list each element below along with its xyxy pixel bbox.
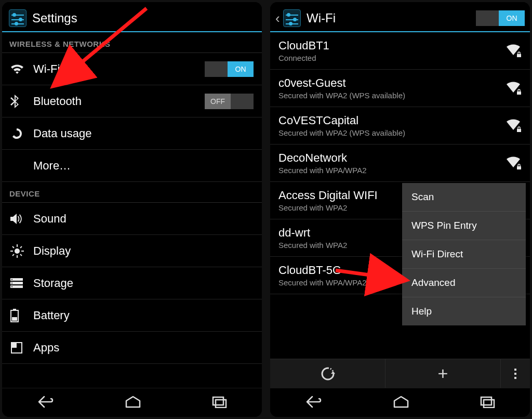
row-storage[interactable]: Storage [2,267,262,299]
nav-home-button[interactable] [124,396,142,410]
svg-marker-31 [331,371,335,374]
svg-line-7 [20,246,22,248]
row-display[interactable]: Display [2,235,262,267]
bluetooth-icon [10,95,33,108]
wifi-network-name: c0vest-Guest [278,76,499,90]
section-wireless-networks: WIRELESS & NETWORKS [2,32,262,53]
row-sound-label: Sound [33,212,254,226]
svg-rect-24 [517,91,521,95]
row-battery[interactable]: Battery [2,299,262,332]
svg-point-13 [11,282,12,283]
row-more[interactable]: More… [2,150,262,182]
sliders-icon [9,9,26,27]
svg-point-14 [11,286,12,287]
wifi-network-name: CoVESTCapital [278,114,499,127]
row-apps[interactable]: Apps [2,332,262,364]
phone-settings: Settings WIRELESS & NETWORKS Wi-Fi ON Bl… [2,2,262,417]
row-wifi-label: Wi-Fi [33,62,205,76]
row-apps-label: Apps [33,341,254,355]
svg-rect-35 [481,397,491,405]
row-more-label: More… [33,159,254,173]
wifi-network-row[interactable]: c0vest-GuestSecured with WPA2 (WPS avail… [270,70,530,107]
overflow-menu: Scan WPS Pin Entry Wi-Fi Direct Advanced… [402,183,526,325]
svg-point-0 [15,248,20,254]
svg-rect-21 [216,400,226,408]
battery-icon [10,309,33,322]
nav-home-button[interactable] [392,396,410,410]
row-wifi[interactable]: Wi-Fi ON [2,53,262,85]
storage-icon [10,278,33,289]
bluetooth-toggle[interactable]: OFF [205,94,254,109]
actionbar-settings: Settings [2,5,262,32]
wifi-network-status: Secured with WPA2 (WPS available) [278,91,499,100]
svg-line-8 [12,254,14,256]
wifi-signal-icon [499,119,522,133]
settings-app-icon[interactable] [282,9,302,27]
nav-back-button[interactable] [305,395,323,411]
nav-back-button[interactable] [37,395,55,411]
actionbar-wifi: ‹ Wi-Fi ON [270,5,530,32]
nav-bar [2,388,262,417]
menu-wps-pin-entry[interactable]: WPS Pin Entry [402,212,526,240]
svg-line-5 [12,246,14,248]
svg-rect-25 [517,129,521,132]
wifi-network-name: CloudBT1 [278,39,499,53]
row-bluetooth-label: Bluetooth [33,95,205,108]
menu-scan[interactable]: Scan [402,183,526,212]
row-data-usage-label: Data usage [33,127,254,140]
wifi-master-toggle[interactable]: ON [476,10,525,26]
settings-list: WIRELESS & NETWORKS Wi-Fi ON Bluetooth O… [2,32,262,388]
row-display-label: Display [33,244,254,258]
wifi-network-row[interactable]: DecoNetworkSecured with WPA/WPA2 [270,145,530,182]
nav-bar [270,388,530,417]
wifi-network-name: DecoNetwork [278,151,499,165]
svg-rect-23 [517,54,521,57]
wifi-signal-icon [499,44,522,58]
page-title: Settings [32,11,257,25]
svg-rect-33 [514,373,516,375]
menu-help[interactable]: Help [402,297,526,325]
wifi-icon [10,64,33,74]
toggle-off-thumb: OFF [205,94,231,109]
wifi-network-list: CloudBT1Connectedc0vest-GuestSecured wit… [270,32,530,359]
row-storage-label: Storage [33,277,254,290]
row-bluetooth[interactable]: Bluetooth OFF [2,85,262,117]
sliders-icon [283,9,301,27]
svg-rect-17 [12,317,17,321]
svg-point-12 [11,279,12,280]
phone-wifi: ‹ Wi-Fi ON CloudBT1Connectedc0vest-Guest… [270,2,530,417]
add-network-button[interactable]: + [385,359,501,388]
wifi-network-status: Secured with WPA/WPA2 [278,166,499,175]
wifi-network-row[interactable]: CoVESTCapitalSecured with WPA2 (WPS avai… [270,107,530,145]
svg-rect-20 [213,397,223,405]
row-battery-label: Battery [33,309,254,322]
wifi-network-row[interactable]: CloudBT1Connected [270,32,530,70]
wifi-signal-icon [499,156,522,170]
nav-recent-button[interactable] [480,396,495,410]
nav-recent-button[interactable] [211,396,227,410]
wifi-network-status: Secured with WPA2 (WPS available) [278,128,499,137]
display-icon [10,244,33,258]
wifi-signal-icon [499,82,522,95]
row-data-usage[interactable]: Data usage [2,117,262,150]
svg-rect-36 [484,400,494,408]
settings-app-icon [7,9,28,27]
svg-line-6 [20,254,22,256]
page-title: Wi-Fi [307,11,476,25]
wps-push-button[interactable] [270,359,385,388]
data-usage-icon [10,127,33,140]
svg-rect-32 [514,369,516,371]
menu-wifi-direct[interactable]: Wi-Fi Direct [402,240,526,269]
row-sound[interactable]: Sound [2,203,262,235]
toggle-on-thumb: ON [228,61,254,77]
sound-icon [10,213,33,225]
wifi-action-toolbar: + [270,359,530,388]
svg-rect-19 [11,343,17,348]
overflow-button[interactable] [501,359,530,388]
svg-rect-34 [514,377,516,379]
apps-icon [10,342,33,354]
section-device: DEVICE [2,182,262,202]
wifi-network-status: Connected [278,54,499,62]
menu-advanced[interactable]: Advanced [402,269,526,297]
wifi-toggle[interactable]: ON [205,61,254,77]
